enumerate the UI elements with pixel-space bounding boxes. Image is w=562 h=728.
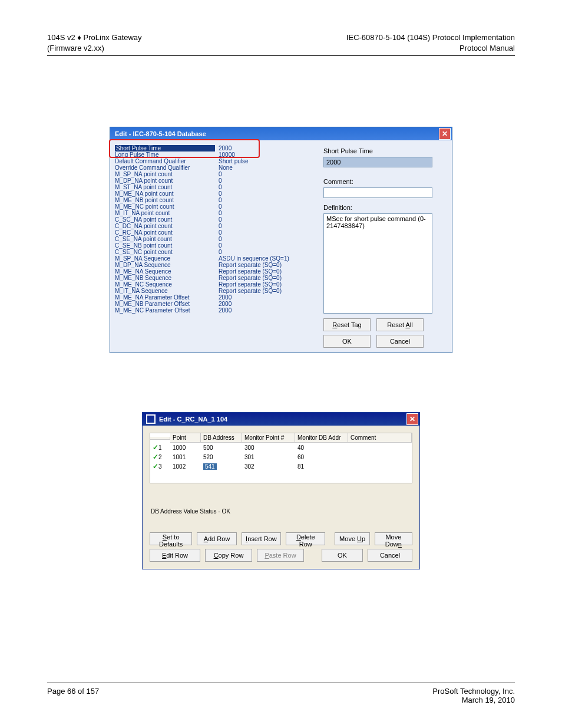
set-defaults-button[interactable]: Set to Defaults bbox=[150, 532, 192, 545]
param-name[interactable]: M_DP_NA point count bbox=[115, 177, 215, 184]
param-name[interactable]: Long Pulse Time bbox=[115, 151, 215, 158]
check-icon: ✓ bbox=[153, 453, 158, 461]
check-icon: ✓ bbox=[153, 462, 158, 470]
dialog1-titlebar[interactable]: Edit - IEC-870-5-104 Database ✕ bbox=[110, 127, 452, 140]
param-value[interactable]: Report separate (SQ=0) bbox=[219, 281, 314, 288]
param-value[interactable]: 0 bbox=[219, 236, 314, 242]
param-name[interactable]: C_SE_NA point count bbox=[115, 236, 215, 242]
definition-text[interactable] bbox=[323, 213, 432, 314]
add-row-button[interactable]: Add Row bbox=[197, 532, 236, 545]
param-value[interactable]: 0 bbox=[219, 216, 314, 223]
dialog-iec-database: Edit - IEC-870-5-104 Database ✕ Short Pu… bbox=[110, 127, 452, 353]
company: ProSoft Technology, Inc. bbox=[432, 687, 515, 696]
param-value[interactable]: 0 bbox=[219, 210, 314, 216]
dialog2-titlebar[interactable]: Edit - C_RC_NA_1 104 ✕ bbox=[143, 413, 419, 426]
param-name[interactable]: M_ME_NB point count bbox=[115, 197, 215, 203]
param-name[interactable]: M_DP_NA Sequence bbox=[115, 262, 215, 268]
comment-input[interactable] bbox=[323, 187, 432, 198]
param-name[interactable]: M_ME_NB Parameter Offset bbox=[115, 301, 215, 307]
table-row[interactable]: ✓1100050030040 bbox=[150, 443, 412, 452]
param-value[interactable]: ASDU in sequence (SQ=1) bbox=[219, 255, 314, 262]
param-value[interactable]: Report separate (SQ=0) bbox=[219, 275, 314, 281]
param-name[interactable]: M_SP_NA point count bbox=[115, 171, 215, 177]
param-list[interactable]: Short Pulse Time2000Long Pulse Time10000… bbox=[110, 140, 319, 353]
param-name[interactable]: C_SC_NA point count bbox=[115, 216, 215, 223]
ok-button[interactable]: OK bbox=[322, 549, 363, 562]
doc-footer: Page 66 of 157 ProSoft Technology, Inc. … bbox=[47, 683, 515, 704]
cancel-button[interactable]: Cancel bbox=[368, 549, 412, 562]
reset-tag-button[interactable]: Reset Tag bbox=[323, 318, 371, 331]
table-row[interactable]: ✓3100254130281 bbox=[150, 462, 412, 471]
param-name[interactable]: M_ME_NA Sequence bbox=[115, 268, 215, 275]
column-header[interactable] bbox=[150, 437, 170, 440]
column-header[interactable]: Comment bbox=[348, 433, 412, 443]
field-label: Short Pulse Time bbox=[323, 147, 447, 154]
dialog1-title: Edit - IEC-870-5-104 Database bbox=[115, 130, 206, 137]
param-value[interactable]: 0 bbox=[219, 203, 314, 210]
column-header[interactable]: Monitor DB Addr bbox=[295, 433, 348, 443]
param-name[interactable]: M_ST_NA point count bbox=[115, 184, 215, 190]
close-icon[interactable]: ✕ bbox=[406, 413, 418, 425]
paste-row-button[interactable]: Paste Row bbox=[257, 549, 304, 562]
close-icon[interactable]: ✕ bbox=[439, 128, 451, 140]
param-name[interactable]: C_DC_NA point count bbox=[115, 223, 215, 229]
param-value[interactable]: 0 bbox=[219, 229, 314, 236]
edit-row-button[interactable]: Edit Row bbox=[150, 549, 200, 562]
app-icon bbox=[146, 414, 156, 424]
table-row[interactable]: ✓2100152030160 bbox=[150, 452, 412, 462]
param-value[interactable]: Report separate (SQ=0) bbox=[219, 288, 314, 294]
header-right-2: Protocol Manual bbox=[346, 43, 515, 54]
param-value[interactable]: 2000 bbox=[219, 294, 314, 301]
param-value[interactable]: 0 bbox=[219, 177, 314, 184]
param-name[interactable]: M_SP_NA Sequence bbox=[115, 255, 215, 262]
param-name[interactable]: M_ME_NA point count bbox=[115, 190, 215, 197]
param-value[interactable]: 2000 bbox=[219, 301, 314, 307]
move-down-button[interactable]: Move Down bbox=[375, 532, 412, 545]
param-value[interactable]: 0 bbox=[219, 190, 314, 197]
param-name[interactable]: M_ME_NA Parameter Offset bbox=[115, 294, 215, 301]
param-value[interactable]: 0 bbox=[219, 184, 314, 190]
param-name[interactable]: M_ME_NC Sequence bbox=[115, 281, 215, 288]
param-name[interactable]: M_ME_NB Sequence bbox=[115, 275, 215, 281]
param-name[interactable]: Default Command Qualifier bbox=[115, 158, 215, 164]
doc-header: 104S v2 ♦ ProLinx Gateway (Firmware v2.x… bbox=[47, 32, 515, 56]
param-value[interactable]: None bbox=[219, 164, 314, 171]
date: March 19, 2010 bbox=[432, 696, 515, 704]
column-header[interactable]: Point bbox=[170, 433, 201, 443]
comment-label: Comment: bbox=[323, 178, 447, 185]
param-value[interactable]: Report separate (SQ=0) bbox=[219, 268, 314, 275]
header-left-2: (Firmware v2.xx) bbox=[47, 43, 142, 54]
param-name[interactable]: M_ME_NC Parameter Offset bbox=[115, 307, 215, 314]
field-value-input[interactable] bbox=[323, 157, 432, 167]
delete-row-button[interactable]: Delete Row bbox=[286, 532, 325, 545]
param-value[interactable]: 0 bbox=[219, 197, 314, 203]
param-name[interactable]: C_SE_NB point count bbox=[115, 242, 215, 249]
param-value[interactable]: 0 bbox=[219, 249, 314, 255]
param-value[interactable]: 2000 bbox=[219, 145, 314, 151]
copy-row-button[interactable]: Copy Row bbox=[205, 549, 252, 562]
cancel-button[interactable]: Cancel bbox=[376, 335, 424, 348]
param-name[interactable]: C_SE_NC point count bbox=[115, 249, 215, 255]
param-value[interactable]: Short pulse bbox=[219, 158, 314, 164]
param-name[interactable]: M_IT_NA point count bbox=[115, 210, 215, 216]
param-value[interactable]: 10000 bbox=[219, 151, 314, 158]
data-grid[interactable]: PointDB AddressMonitor Point #Monitor DB… bbox=[150, 433, 412, 483]
param-value[interactable]: 0 bbox=[219, 223, 314, 229]
move-up-button[interactable]: Move Up bbox=[335, 532, 369, 545]
param-value[interactable]: 0 bbox=[219, 171, 314, 177]
column-header[interactable]: Monitor Point # bbox=[242, 433, 295, 443]
column-header[interactable]: DB Address bbox=[201, 433, 242, 443]
reset-all-button[interactable]: Reset All bbox=[376, 318, 424, 331]
param-value[interactable]: 2000 bbox=[219, 307, 314, 314]
param-name[interactable]: C_RC_NA point count bbox=[115, 229, 215, 236]
check-icon: ✓ bbox=[153, 443, 158, 452]
param-value[interactable]: Report separate (SQ=0) bbox=[219, 262, 314, 268]
param-name[interactable]: M_IT_NA Sequence bbox=[115, 288, 215, 294]
header-left-1: 104S v2 ♦ ProLinx Gateway bbox=[47, 32, 142, 43]
ok-button[interactable]: OK bbox=[323, 335, 371, 348]
param-name[interactable]: M_ME_NC point count bbox=[115, 203, 215, 210]
param-name[interactable]: Override Command Qualifier bbox=[115, 164, 215, 171]
insert-row-button[interactable]: Insert Row bbox=[242, 532, 281, 545]
param-value[interactable]: 0 bbox=[219, 242, 314, 249]
param-name[interactable]: Short Pulse Time bbox=[115, 145, 215, 151]
